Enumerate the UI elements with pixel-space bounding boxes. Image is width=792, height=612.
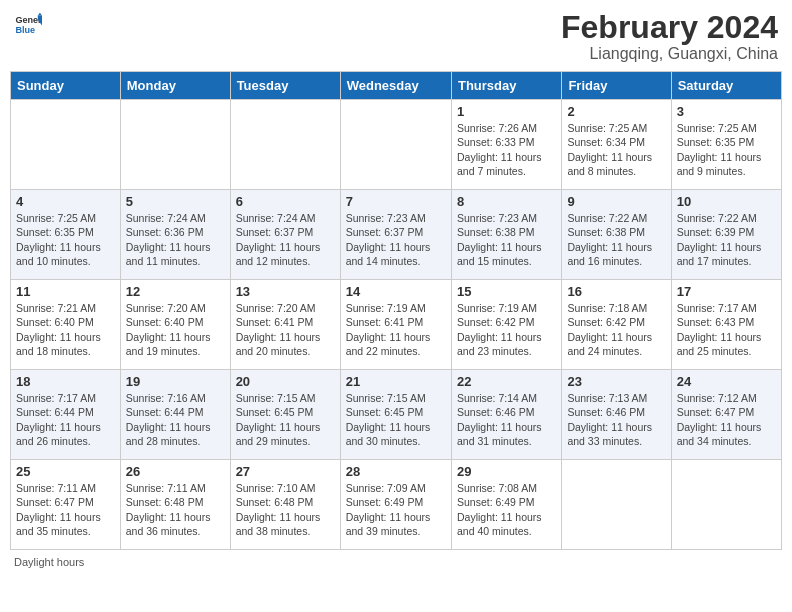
calendar-cell: 2Sunrise: 7:25 AMSunset: 6:34 PMDaylight… <box>562 100 671 190</box>
calendar-cell <box>671 460 781 550</box>
week-row-1: 1Sunrise: 7:26 AMSunset: 6:33 PMDaylight… <box>11 100 782 190</box>
calendar-table: SundayMondayTuesdayWednesdayThursdayFrid… <box>10 71 782 550</box>
logo-icon: General Blue <box>14 10 42 38</box>
day-detail: Sunrise: 7:10 AMSunset: 6:48 PMDaylight:… <box>236 481 335 538</box>
day-number: 22 <box>457 374 556 389</box>
calendar-cell: 10Sunrise: 7:22 AMSunset: 6:39 PMDayligh… <box>671 190 781 280</box>
calendar-cell: 16Sunrise: 7:18 AMSunset: 6:42 PMDayligh… <box>562 280 671 370</box>
day-number: 2 <box>567 104 665 119</box>
calendar-cell: 24Sunrise: 7:12 AMSunset: 6:47 PMDayligh… <box>671 370 781 460</box>
svg-text:Blue: Blue <box>15 25 35 35</box>
calendar-cell: 29Sunrise: 7:08 AMSunset: 6:49 PMDayligh… <box>451 460 561 550</box>
day-number: 27 <box>236 464 335 479</box>
day-detail: Sunrise: 7:08 AMSunset: 6:49 PMDaylight:… <box>457 481 556 538</box>
calendar-cell: 18Sunrise: 7:17 AMSunset: 6:44 PMDayligh… <box>11 370 121 460</box>
calendar-cell: 17Sunrise: 7:17 AMSunset: 6:43 PMDayligh… <box>671 280 781 370</box>
day-detail: Sunrise: 7:22 AMSunset: 6:38 PMDaylight:… <box>567 211 665 268</box>
day-detail: Sunrise: 7:18 AMSunset: 6:42 PMDaylight:… <box>567 301 665 358</box>
day-number: 14 <box>346 284 446 299</box>
footer: Daylight hours <box>10 556 782 568</box>
day-number: 26 <box>126 464 225 479</box>
day-number: 24 <box>677 374 776 389</box>
weekday-header-row: SundayMondayTuesdayWednesdayThursdayFrid… <box>11 72 782 100</box>
day-detail: Sunrise: 7:17 AMSunset: 6:44 PMDaylight:… <box>16 391 115 448</box>
day-number: 19 <box>126 374 225 389</box>
week-row-3: 11Sunrise: 7:21 AMSunset: 6:40 PMDayligh… <box>11 280 782 370</box>
day-number: 15 <box>457 284 556 299</box>
weekday-header-sunday: Sunday <box>11 72 121 100</box>
day-number: 9 <box>567 194 665 209</box>
weekday-header-monday: Monday <box>120 72 230 100</box>
calendar-cell: 26Sunrise: 7:11 AMSunset: 6:48 PMDayligh… <box>120 460 230 550</box>
day-number: 20 <box>236 374 335 389</box>
day-detail: Sunrise: 7:25 AMSunset: 6:35 PMDaylight:… <box>16 211 115 268</box>
calendar-cell: 6Sunrise: 7:24 AMSunset: 6:37 PMDaylight… <box>230 190 340 280</box>
day-detail: Sunrise: 7:14 AMSunset: 6:46 PMDaylight:… <box>457 391 556 448</box>
calendar-cell: 22Sunrise: 7:14 AMSunset: 6:46 PMDayligh… <box>451 370 561 460</box>
day-number: 10 <box>677 194 776 209</box>
calendar-cell: 5Sunrise: 7:24 AMSunset: 6:36 PMDaylight… <box>120 190 230 280</box>
calendar-cell: 14Sunrise: 7:19 AMSunset: 6:41 PMDayligh… <box>340 280 451 370</box>
calendar-cell: 15Sunrise: 7:19 AMSunset: 6:42 PMDayligh… <box>451 280 561 370</box>
day-detail: Sunrise: 7:15 AMSunset: 6:45 PMDaylight:… <box>236 391 335 448</box>
day-detail: Sunrise: 7:26 AMSunset: 6:33 PMDaylight:… <box>457 121 556 178</box>
day-number: 4 <box>16 194 115 209</box>
day-number: 8 <box>457 194 556 209</box>
month-year-title: February 2024 <box>561 10 778 45</box>
page-header: General Blue February 2024 Liangqing, Gu… <box>10 10 782 63</box>
weekday-header-tuesday: Tuesday <box>230 72 340 100</box>
day-detail: Sunrise: 7:15 AMSunset: 6:45 PMDaylight:… <box>346 391 446 448</box>
day-detail: Sunrise: 7:19 AMSunset: 6:42 PMDaylight:… <box>457 301 556 358</box>
calendar-cell: 23Sunrise: 7:13 AMSunset: 6:46 PMDayligh… <box>562 370 671 460</box>
day-detail: Sunrise: 7:16 AMSunset: 6:44 PMDaylight:… <box>126 391 225 448</box>
weekday-header-thursday: Thursday <box>451 72 561 100</box>
day-detail: Sunrise: 7:11 AMSunset: 6:47 PMDaylight:… <box>16 481 115 538</box>
day-number: 11 <box>16 284 115 299</box>
weekday-header-saturday: Saturday <box>671 72 781 100</box>
calendar-cell: 11Sunrise: 7:21 AMSunset: 6:40 PMDayligh… <box>11 280 121 370</box>
calendar-cell: 9Sunrise: 7:22 AMSunset: 6:38 PMDaylight… <box>562 190 671 280</box>
calendar-cell: 12Sunrise: 7:20 AMSunset: 6:40 PMDayligh… <box>120 280 230 370</box>
logo: General Blue <box>14 10 42 38</box>
calendar-cell: 1Sunrise: 7:26 AMSunset: 6:33 PMDaylight… <box>451 100 561 190</box>
day-number: 16 <box>567 284 665 299</box>
location-subtitle: Liangqing, Guangxi, China <box>561 45 778 63</box>
day-number: 1 <box>457 104 556 119</box>
calendar-cell: 19Sunrise: 7:16 AMSunset: 6:44 PMDayligh… <box>120 370 230 460</box>
day-number: 21 <box>346 374 446 389</box>
day-number: 5 <box>126 194 225 209</box>
calendar-cell: 8Sunrise: 7:23 AMSunset: 6:38 PMDaylight… <box>451 190 561 280</box>
calendar-cell: 28Sunrise: 7:09 AMSunset: 6:49 PMDayligh… <box>340 460 451 550</box>
day-detail: Sunrise: 7:09 AMSunset: 6:49 PMDaylight:… <box>346 481 446 538</box>
day-detail: Sunrise: 7:12 AMSunset: 6:47 PMDaylight:… <box>677 391 776 448</box>
day-detail: Sunrise: 7:23 AMSunset: 6:37 PMDaylight:… <box>346 211 446 268</box>
day-detail: Sunrise: 7:13 AMSunset: 6:46 PMDaylight:… <box>567 391 665 448</box>
calendar-cell <box>230 100 340 190</box>
calendar-cell: 20Sunrise: 7:15 AMSunset: 6:45 PMDayligh… <box>230 370 340 460</box>
day-number: 28 <box>346 464 446 479</box>
day-detail: Sunrise: 7:25 AMSunset: 6:34 PMDaylight:… <box>567 121 665 178</box>
day-number: 23 <box>567 374 665 389</box>
day-number: 6 <box>236 194 335 209</box>
day-detail: Sunrise: 7:22 AMSunset: 6:39 PMDaylight:… <box>677 211 776 268</box>
day-detail: Sunrise: 7:24 AMSunset: 6:36 PMDaylight:… <box>126 211 225 268</box>
day-number: 18 <box>16 374 115 389</box>
calendar-cell: 21Sunrise: 7:15 AMSunset: 6:45 PMDayligh… <box>340 370 451 460</box>
day-number: 13 <box>236 284 335 299</box>
weekday-header-friday: Friday <box>562 72 671 100</box>
day-number: 12 <box>126 284 225 299</box>
day-number: 3 <box>677 104 776 119</box>
day-number: 7 <box>346 194 446 209</box>
calendar-cell <box>120 100 230 190</box>
day-detail: Sunrise: 7:19 AMSunset: 6:41 PMDaylight:… <box>346 301 446 358</box>
day-detail: Sunrise: 7:21 AMSunset: 6:40 PMDaylight:… <box>16 301 115 358</box>
calendar-cell: 25Sunrise: 7:11 AMSunset: 6:47 PMDayligh… <box>11 460 121 550</box>
day-detail: Sunrise: 7:23 AMSunset: 6:38 PMDaylight:… <box>457 211 556 268</box>
calendar-cell <box>340 100 451 190</box>
day-number: 29 <box>457 464 556 479</box>
day-detail: Sunrise: 7:25 AMSunset: 6:35 PMDaylight:… <box>677 121 776 178</box>
calendar-cell <box>562 460 671 550</box>
week-row-5: 25Sunrise: 7:11 AMSunset: 6:47 PMDayligh… <box>11 460 782 550</box>
title-block: February 2024 Liangqing, Guangxi, China <box>561 10 778 63</box>
day-detail: Sunrise: 7:17 AMSunset: 6:43 PMDaylight:… <box>677 301 776 358</box>
